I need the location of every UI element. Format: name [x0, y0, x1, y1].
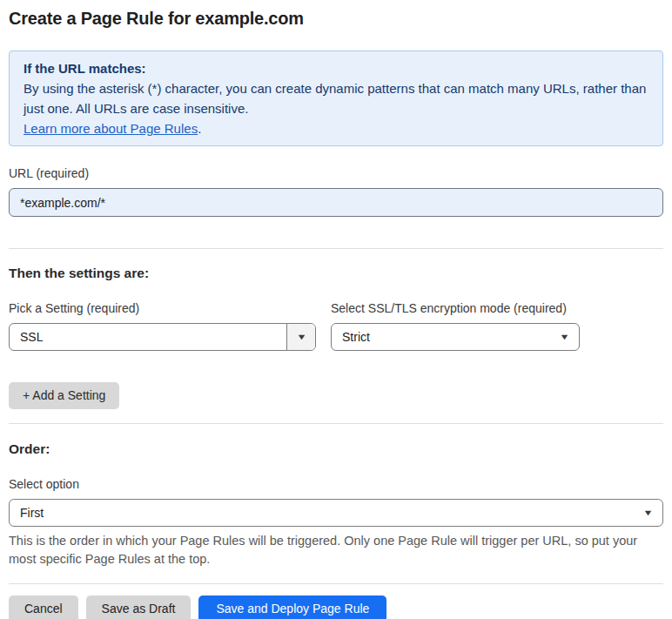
setting-picker-label: Pick a Setting (required)	[9, 300, 316, 316]
caret-down-icon: ▼	[634, 500, 662, 526]
url-field-label: URL (required)	[9, 165, 663, 181]
setting-picker-value: SSL	[10, 330, 286, 344]
order-section-heading: Order:	[9, 441, 663, 457]
page-title: Create a Page Rule for example.com	[9, 5, 663, 31]
setting-picker-select[interactable]: SSL ▼	[9, 323, 316, 351]
ssl-mode-select[interactable]: Strict ▼	[331, 323, 580, 351]
divider	[9, 583, 663, 584]
cancel-button[interactable]: Cancel	[9, 595, 78, 619]
settings-section-heading: Then the settings are:	[9, 266, 663, 281]
learn-more-link[interactable]: Learn more about Page Rules	[24, 121, 198, 136]
add-setting-button[interactable]: + Add a Setting	[9, 382, 119, 409]
order-help-text: This is the order in which your Page Rul…	[9, 532, 660, 569]
divider	[9, 423, 663, 424]
banner-link-line: Learn more about Page Rules.	[24, 118, 648, 138]
caret-down-icon: ▼	[286, 324, 315, 350]
order-select[interactable]: First ▼	[9, 499, 663, 527]
order-select-label: Select option	[9, 476, 663, 492]
ssl-mode-value: Strict	[332, 330, 550, 344]
divider	[9, 248, 663, 249]
setting-picker-column: Pick a Setting (required) SSL ▼	[9, 281, 316, 351]
footer-actions: Cancel Save as Draft Save and Deploy Pag…	[9, 595, 663, 619]
caret-down-icon: ▼	[550, 324, 579, 350]
banner-heading: If the URL matches:	[24, 58, 648, 78]
order-select-value: First	[10, 506, 634, 520]
banner-link-suffix: .	[198, 121, 201, 136]
ssl-mode-label: Select SSL/TLS encryption mode (required…	[331, 300, 580, 316]
settings-row: Pick a Setting (required) SSL ▼ Select S…	[9, 281, 663, 351]
save-as-draft-button[interactable]: Save as Draft	[86, 595, 192, 619]
url-input[interactable]	[9, 188, 663, 217]
save-and-deploy-button[interactable]: Save and Deploy Page Rule	[198, 595, 386, 619]
banner-body-text: By using the asterisk (*) character, you…	[24, 78, 648, 118]
ssl-mode-column: Select SSL/TLS encryption mode (required…	[331, 281, 580, 351]
url-match-info-banner: If the URL matches: By using the asteris…	[9, 50, 663, 146]
